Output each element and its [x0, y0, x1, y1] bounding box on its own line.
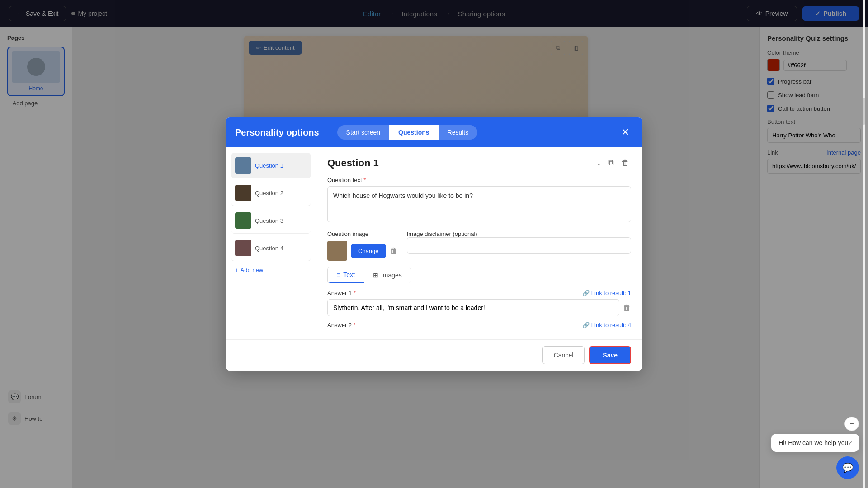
- questions-list: Question 1 Question 2 Question 3 Questio…: [226, 147, 316, 339]
- required-marker: *: [363, 177, 366, 183]
- modal-overlay: Personality options Start screen Questio…: [0, 0, 868, 488]
- link-to-result-2[interactable]: 🔗 Link to result: 4: [582, 322, 631, 328]
- grid-icon: ⊞: [373, 272, 378, 279]
- question-form-title: Question 1: [327, 157, 379, 169]
- images-type-label: Images: [381, 272, 402, 279]
- question-text-label: Question text *: [327, 177, 631, 183]
- plus-icon-modal: +: [235, 267, 239, 273]
- modal-header: Personality options Start screen Questio…: [226, 117, 642, 147]
- chat-message: Hi! How can we help you?: [778, 439, 852, 446]
- chat-bubble: Hi! How can we help you?: [771, 434, 859, 452]
- move-down-button[interactable]: ↓: [595, 156, 603, 169]
- answer-1-input[interactable]: [327, 299, 619, 316]
- question-3-label: Question 3: [255, 217, 283, 224]
- modal-title: Personality options: [235, 127, 319, 138]
- answer-2-header: Answer 2 * 🔗 Link to result: 4: [327, 322, 631, 328]
- add-new-label: Add new: [241, 267, 264, 273]
- question-1-label: Question 1: [255, 162, 283, 169]
- change-image-button[interactable]: Change: [351, 244, 386, 258]
- question-item-4[interactable]: Question 4: [231, 235, 311, 261]
- copy-question-button[interactable]: ⧉: [606, 156, 616, 169]
- save-button[interactable]: Save: [589, 346, 631, 364]
- text-type-label: Text: [343, 271, 355, 278]
- question-3-thumb: [235, 212, 251, 229]
- question-image-section: Question image Change 🗑: [327, 230, 398, 261]
- question-item-3[interactable]: Question 3: [231, 208, 311, 234]
- delete-answer-1-button[interactable]: 🗑: [623, 303, 631, 313]
- question-4-label: Question 4: [255, 245, 283, 252]
- image-disclaimer-input[interactable]: [407, 237, 631, 254]
- image-controls: Change 🗑: [327, 241, 398, 261]
- question-1-thumb: [235, 157, 251, 174]
- link-to-result-1-label: Link to result: 1: [591, 290, 631, 296]
- answer-2-section: Answer 2 * 🔗 Link to result: 4: [327, 322, 631, 328]
- answer-2-required: *: [354, 322, 356, 328]
- answer-type-images[interactable]: ⊞ Images: [364, 267, 411, 283]
- modal-steps-nav: Start screen Questions Results: [337, 125, 478, 140]
- list-icon: ≡: [337, 271, 340, 278]
- link-to-result-1[interactable]: 🔗 Link to result: 1: [582, 290, 631, 296]
- answer-1-input-row: 🗑: [327, 299, 631, 316]
- modal-footer: Cancel Save: [226, 339, 642, 371]
- delete-question-button[interactable]: 🗑: [619, 156, 631, 169]
- chat-open-button[interactable]: 💬: [836, 456, 859, 479]
- question-image-label: Question image: [327, 230, 398, 237]
- image-disclaimer-label: Image disclaimer (optional): [407, 230, 631, 237]
- image-thumbnail: [327, 241, 347, 261]
- modal-body: Question 1 Question 2 Question 3 Questio…: [226, 147, 642, 339]
- image-row: Question image Change 🗑 Image disclaimer…: [327, 230, 631, 261]
- answer-1-required: *: [354, 290, 356, 296]
- chat-minimize-button[interactable]: −: [844, 417, 859, 431]
- link-icon-2: 🔗: [582, 322, 590, 328]
- step-results[interactable]: Results: [439, 125, 478, 140]
- question-item-2[interactable]: Question 2: [231, 180, 311, 206]
- delete-image-button[interactable]: 🗑: [390, 246, 398, 256]
- question-2-thumb: [235, 185, 251, 201]
- question-form: Question 1 ↓ ⧉ 🗑 Question text * Which h…: [316, 147, 642, 339]
- answer-type-text[interactable]: ≡ Text: [328, 267, 364, 283]
- answer-1-section: Answer 1 * 🔗 Link to result: 1 🗑: [327, 290, 631, 316]
- link-icon-1: 🔗: [582, 290, 590, 296]
- cancel-button[interactable]: Cancel: [542, 346, 585, 364]
- link-to-result-2-label: Link to result: 4: [591, 322, 631, 328]
- add-new-question-button[interactable]: + Add new: [231, 263, 311, 277]
- step-questions[interactable]: Questions: [389, 125, 438, 140]
- personality-options-modal: Personality options Start screen Questio…: [226, 117, 642, 371]
- chat-widget: − Hi! How can we help you? 💬: [771, 417, 859, 479]
- question-text-input[interactable]: Which house of Hogwarts would you like t…: [327, 186, 631, 222]
- question-actions: ↓ ⧉ 🗑: [595, 156, 631, 169]
- messenger-icon: 💬: [842, 462, 854, 473]
- question-4-thumb: [235, 240, 251, 256]
- step-start-screen[interactable]: Start screen: [337, 125, 389, 140]
- question-form-header: Question 1 ↓ ⧉ 🗑: [327, 156, 631, 169]
- answer-1-label: Answer 1 *: [327, 290, 356, 296]
- modal-close-button[interactable]: ✕: [618, 125, 633, 140]
- answer-type-row: ≡ Text ⊞ Images: [327, 267, 411, 283]
- question-item-1[interactable]: Question 1: [231, 153, 311, 178]
- answer-2-label: Answer 2 *: [327, 322, 356, 328]
- question-2-label: Question 2: [255, 190, 283, 197]
- image-disclaimer-section: Image disclaimer (optional): [407, 230, 631, 254]
- answer-1-header: Answer 1 * 🔗 Link to result: 1: [327, 290, 631, 296]
